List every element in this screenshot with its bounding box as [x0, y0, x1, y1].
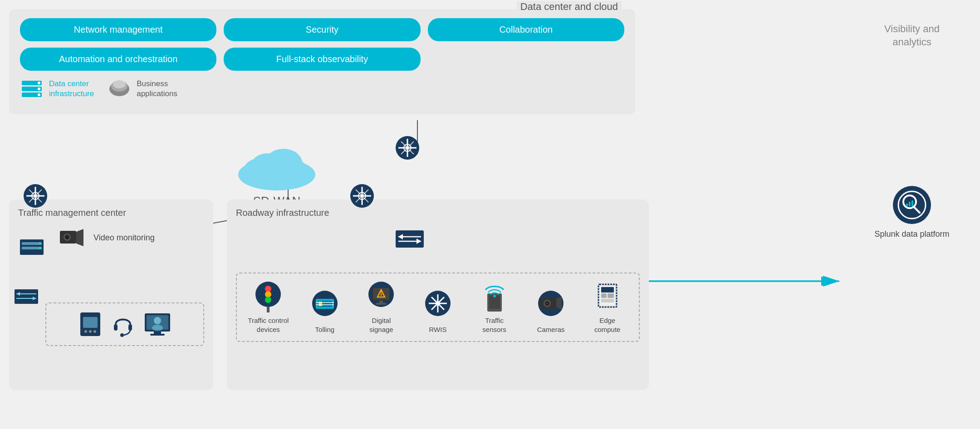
router-icon [18, 236, 45, 258]
dc-network-node [395, 135, 420, 162]
switch-icon [14, 286, 39, 308]
svg-point-75 [265, 291, 271, 297]
arrow-to-splunk [649, 268, 848, 295]
svg-point-37 [39, 243, 41, 244]
tmc-panel: Traffic management center [9, 200, 213, 390]
svg-point-27 [265, 149, 303, 180]
traffic-light-icon [255, 281, 282, 312]
tmc-switch [14, 286, 39, 310]
dc-crosshair-icon [395, 135, 420, 161]
tmc-network-node [23, 183, 48, 210]
dc-infra-label: Data centerinfrastructure [49, 79, 94, 99]
svg-point-55 [120, 333, 124, 337]
traffic-sensors-label: Trafficsensors [482, 316, 506, 334]
svg-point-59 [152, 325, 163, 331]
svg-point-100 [493, 295, 496, 297]
svg-rect-117 [906, 204, 908, 206]
dc-icons-row: Data centerinfrastructure Businessapplic… [20, 77, 624, 101]
tmc-top-row: Video monitoring [59, 227, 204, 248]
svg-rect-77 [267, 307, 270, 312]
traffic-sensors-icon [481, 281, 508, 312]
rwis-label: RWIS [429, 325, 447, 334]
svg-rect-36 [22, 247, 42, 249]
svg-point-51 [89, 330, 92, 333]
traffic-sensors-item: Trafficsensors [474, 281, 515, 334]
biz-apps-label: Businessapplications [137, 79, 177, 99]
tolling-label: Tolling [315, 325, 335, 334]
observability-btn[interactable]: Full-stack observability [224, 48, 420, 71]
svg-rect-90 [379, 301, 383, 303]
svg-point-97 [436, 301, 440, 306]
svg-rect-118 [909, 202, 911, 206]
svg-rect-119 [911, 200, 913, 206]
svg-rect-60 [154, 332, 161, 334]
dc-panel: Data center and cloud Network management… [9, 9, 635, 114]
person-display-icon [144, 312, 171, 337]
phone-icon [78, 311, 102, 338]
svg-rect-49 [83, 317, 98, 328]
svg-rect-53 [114, 324, 118, 331]
tolling-icon [311, 290, 338, 322]
cloud-icon [231, 141, 322, 190]
dc-buttons-row1: Network management Security Collaboratio… [20, 18, 624, 41]
rwis-item: RWIS [417, 290, 458, 334]
svg-point-58 [154, 317, 161, 324]
svg-point-11 [38, 82, 40, 84]
tmc-dashed-box [45, 302, 204, 346]
svg-rect-61 [150, 334, 165, 336]
svg-point-13 [38, 93, 40, 96]
svg-rect-109 [601, 287, 614, 292]
svg-rect-111 [608, 293, 614, 298]
svg-point-50 [84, 330, 87, 333]
svg-point-76 [265, 297, 271, 303]
ri-network-node [349, 183, 375, 210]
dc-panel-label: Data center and cloud [517, 1, 622, 13]
tmc-router [18, 236, 45, 260]
svg-point-52 [93, 330, 96, 333]
splunk-item: Splunk data platform [874, 185, 949, 239]
video-monitoring-label: Video monitoring [93, 233, 155, 243]
biz-apps-icon [108, 79, 131, 99]
svg-rect-110 [601, 293, 607, 298]
svg-point-16 [113, 80, 126, 88]
collaboration-btn[interactable]: Collaboration [428, 18, 624, 41]
tolling-item: Tolling [304, 290, 345, 334]
svg-point-106 [546, 302, 548, 304]
traffic-control-label: Traffic controldevices [248, 316, 289, 334]
ri-switch-icon [395, 227, 425, 252]
tmc-crosshair-icon [23, 183, 48, 209]
network-mgmt-btn[interactable]: Network management [20, 18, 216, 41]
sdwan-cloud: SD-WAN [231, 141, 322, 208]
traffic-control-item: Traffic controldevices [248, 281, 289, 334]
main-container: Data center and cloud Network management… [0, 0, 980, 429]
dc-infra-item: Data centerinfrastructure [20, 77, 94, 101]
dc-buttons-row2: Automation and orchestration Full-stack … [20, 48, 624, 71]
svg-rect-35 [22, 242, 42, 245]
svg-point-74 [265, 286, 271, 292]
edge-compute-icon [594, 281, 621, 312]
svg-rect-91 [376, 303, 387, 305]
cameras-label: Cameras [537, 325, 565, 334]
svg-rect-68 [396, 230, 424, 248]
rwis-icon [424, 290, 451, 322]
biz-apps-item: Businessapplications [108, 79, 177, 99]
cameras-icon [537, 290, 564, 322]
svg-marker-40 [76, 229, 83, 246]
cameras-item: Cameras [530, 290, 571, 334]
svg-point-12 [38, 88, 40, 90]
edge-compute-label: Edgecompute [594, 316, 621, 334]
vis-panel: Visibility andanalytics Splunk data plat… [853, 9, 971, 420]
svg-rect-54 [128, 324, 132, 331]
dc-infra-icon [20, 77, 44, 101]
security-btn[interactable]: Security [224, 18, 420, 41]
splunk-label: Splunk data platform [874, 229, 949, 239]
automation-btn[interactable]: Automation and orchestration [20, 48, 216, 71]
svg-rect-43 [15, 289, 38, 304]
ri-panel: Roadway infrastructure [227, 200, 649, 390]
svg-rect-112 [601, 299, 614, 302]
headset-icon [111, 312, 135, 337]
edge-compute-item: Edgecompute [587, 281, 628, 334]
video-cam-icon [59, 227, 84, 248]
svg-point-88 [380, 291, 382, 292]
digital-signage-icon [368, 281, 395, 312]
